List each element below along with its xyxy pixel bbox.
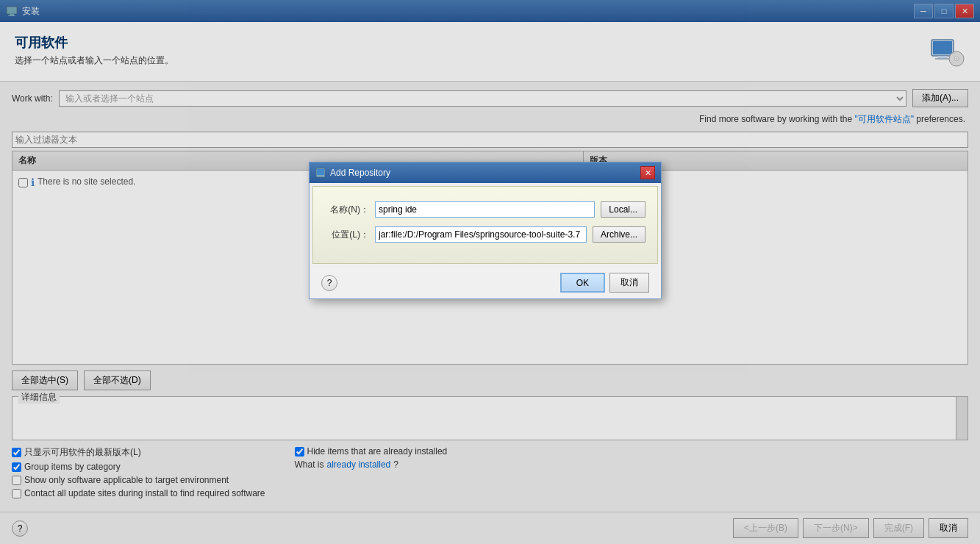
modal-icon (315, 168, 326, 178)
local-button[interactable]: Local... (601, 201, 645, 218)
modal-body: 名称(N)： Local... 位置(L)： Archive... (312, 186, 658, 264)
svg-rect-11 (317, 169, 324, 175)
modal-ok-button[interactable]: OK (560, 273, 605, 293)
modal-help-button[interactable]: ? (321, 275, 337, 291)
modal-close-button[interactable]: ✕ (640, 166, 655, 179)
add-repository-modal: Add Repository ✕ 名称(N)： Local... 位置(L)： … (309, 162, 662, 299)
modal-title-bar: Add Repository ✕ (310, 162, 661, 183)
modal-overlay: Add Repository ✕ 名称(N)： Local... 位置(L)： … (0, 0, 980, 544)
modal-name-row: 名称(N)： Local... (325, 201, 645, 218)
modal-footer: ? OK 取消 (310, 267, 661, 298)
modal-location-label: 位置(L)： (325, 229, 369, 241)
archive-button[interactable]: Archive... (593, 226, 645, 243)
modal-location-row: 位置(L)： Archive... (325, 226, 645, 243)
modal-title-text: Add Repository (330, 168, 390, 178)
modal-title-left: Add Repository (315, 168, 390, 178)
modal-cancel-button[interactable]: 取消 (609, 273, 649, 293)
modal-name-label: 名称(N)： (325, 204, 369, 216)
modal-action-buttons: OK 取消 (560, 273, 649, 293)
modal-location-input[interactable] (375, 226, 587, 243)
modal-name-input[interactable] (375, 201, 595, 218)
